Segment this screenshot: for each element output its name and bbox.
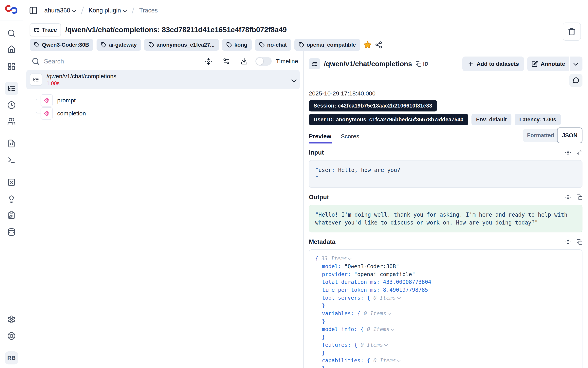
tag[interactable]: openai_compatible bbox=[294, 39, 360, 51]
timeline-toggle[interactable] bbox=[256, 57, 272, 66]
sidebar-dashboard-icon[interactable] bbox=[5, 60, 18, 73]
output-content: "Hello! I'm doing well, thank you for as… bbox=[309, 205, 582, 232]
json-kv-line: model: "Qwen3-Coder:30B" bbox=[315, 262, 576, 270]
sidebar-support-icon[interactable] bbox=[5, 330, 18, 342]
view-formatted-option[interactable]: Formatted bbox=[527, 132, 554, 138]
sidebar-settings-icon[interactable] bbox=[5, 313, 18, 326]
json-kv-line: total_duration_ms: 433.00008773804 bbox=[315, 278, 576, 286]
sidebar-prompts-icon[interactable] bbox=[5, 137, 18, 150]
annotate-button[interactable]: Annotate bbox=[527, 56, 583, 71]
input-line: " bbox=[315, 175, 319, 181]
tag[interactable]: no-chat bbox=[255, 39, 291, 51]
add-to-datasets-button[interactable]: Add to datasets bbox=[462, 56, 524, 71]
search-input[interactable] bbox=[44, 57, 205, 65]
tag-label: anonymous_c1fca27... bbox=[156, 42, 214, 48]
latency-badge: Latency: 1.00s bbox=[515, 114, 561, 125]
trace-node-badge bbox=[309, 58, 320, 69]
breadcrumb-section[interactable]: Kong plugin bbox=[89, 7, 127, 14]
sidebar-users-icon[interactable] bbox=[5, 115, 18, 128]
json-object-line[interactable]: tool_servers: { 0 Items bbox=[315, 294, 576, 302]
observation-badge bbox=[41, 94, 53, 107]
copy-icon[interactable] bbox=[577, 239, 582, 245]
chevron-down-icon bbox=[574, 61, 578, 66]
tag-icon bbox=[226, 42, 232, 48]
annotate-dropdown[interactable] bbox=[570, 56, 582, 71]
tag[interactable]: ai-gateway bbox=[96, 39, 141, 51]
sidebar-playground-icon[interactable] bbox=[5, 154, 18, 167]
list-tree-icon bbox=[34, 27, 39, 33]
view-mode-toggle: Formatted JSON bbox=[523, 129, 582, 142]
sidebar-header-divider bbox=[0, 20, 23, 21]
json-close-line: } bbox=[315, 302, 576, 310]
share-icon[interactable] bbox=[375, 41, 382, 49]
trash-icon bbox=[568, 28, 576, 36]
trace-title: /qwen/v1/chat/completions: 83cd78211d41e… bbox=[65, 26, 287, 34]
tag[interactable]: kong bbox=[222, 39, 252, 51]
toggle-knob bbox=[256, 58, 263, 65]
main-content: Timeline /qwen/v1/chat/completions 1.00s bbox=[23, 51, 588, 368]
detail-tabs: Preview Scores Formatted JSON bbox=[309, 130, 582, 143]
copy-icon[interactable] bbox=[577, 194, 582, 200]
sidebar-evaluators-icon[interactable] bbox=[5, 176, 18, 189]
sidebar-tracing-icon[interactable] bbox=[5, 82, 18, 95]
tag[interactable]: anonymous_c1fca27... bbox=[144, 39, 219, 51]
timeline-label: Timeline bbox=[276, 58, 298, 65]
trace-tree-panel: Timeline /qwen/v1/chat/completions 1.00s bbox=[23, 51, 304, 368]
list-tree-icon bbox=[33, 77, 39, 83]
env-badge: Env: default bbox=[472, 114, 512, 125]
breadcrumb-separator bbox=[132, 7, 134, 14]
trace-header: Trace /qwen/v1/chat/completions: 83cd782… bbox=[23, 21, 588, 51]
breadcrumb-project[interactable]: ahura360 bbox=[44, 7, 76, 14]
tree-child-label: prompt bbox=[57, 97, 76, 104]
bookmark-star-icon[interactable] bbox=[363, 41, 372, 49]
delete-trace-button[interactable] bbox=[563, 23, 581, 41]
download-icon[interactable] bbox=[240, 57, 248, 65]
collapse-all-icon[interactable] bbox=[205, 57, 212, 65]
sidebar-toggle-icon[interactable] bbox=[28, 6, 38, 15]
user-id-badge[interactable]: User ID: anonymous_c1fca2795bbedc5f36678… bbox=[309, 114, 468, 125]
collapse-icon[interactable] bbox=[565, 239, 571, 245]
collapse-icon[interactable] bbox=[565, 150, 571, 156]
collapse-icon[interactable] bbox=[565, 194, 571, 200]
breadcrumb-section-label: Kong plugin bbox=[89, 7, 121, 14]
copy-icon[interactable] bbox=[577, 150, 582, 156]
comments-button[interactable] bbox=[569, 74, 582, 87]
metadata-section-header: Metadata bbox=[309, 238, 582, 246]
sidebar-home-icon[interactable] bbox=[5, 43, 18, 56]
sidebar: RB bbox=[0, 0, 23, 368]
json-object-line[interactable]: capabilities: { 0 Items bbox=[315, 357, 576, 364]
tree-root-row[interactable]: /qwen/v1/chat/completions 1.00s bbox=[26, 70, 300, 89]
sidebar-search-icon[interactable] bbox=[5, 27, 18, 40]
session-badge[interactable]: Session: c42fca19b75e13aac2b2106610f81e3… bbox=[309, 100, 437, 111]
sidebar-insights-icon[interactable] bbox=[5, 193, 18, 206]
sidebar-annotation-icon[interactable] bbox=[5, 209, 18, 222]
trace-type-badge: Trace bbox=[30, 23, 61, 36]
json-root-line[interactable]: {33 Items bbox=[315, 255, 576, 262]
tab-preview[interactable]: Preview bbox=[309, 130, 331, 143]
metadata-json-viewer: {33 Items model: "Qwen3-Coder:30B" provi… bbox=[309, 249, 582, 368]
user-avatar[interactable]: RB bbox=[5, 351, 18, 364]
view-json-option[interactable]: JSON bbox=[557, 128, 582, 143]
avatar-initials: RB bbox=[7, 355, 16, 361]
sidebar-sessions-icon[interactable] bbox=[5, 99, 18, 112]
copy-id-icon[interactable] bbox=[416, 61, 421, 67]
filter-settings-icon[interactable] bbox=[223, 57, 230, 65]
add-to-datasets-label: Add to datasets bbox=[477, 61, 519, 67]
observation-icon bbox=[44, 97, 50, 104]
output-line: "Hello! I'm doing well, thank you for as… bbox=[315, 212, 568, 218]
chevron-down-icon[interactable] bbox=[291, 77, 296, 82]
json-object-line[interactable]: variables: { 0 Items bbox=[315, 310, 576, 317]
breadcrumb-separator bbox=[81, 7, 84, 14]
topbar: ahura360 Kong plugin Traces bbox=[23, 0, 588, 21]
app-logo[interactable] bbox=[5, 4, 17, 15]
json-object-line[interactable]: model_info: { 0 Items bbox=[315, 325, 576, 333]
chat-bubble-icon bbox=[572, 77, 579, 84]
input-heading: Input bbox=[309, 149, 324, 156]
sidebar-datasets-icon[interactable] bbox=[5, 226, 18, 239]
tree-child-completion[interactable]: completion bbox=[41, 107, 86, 120]
json-object-line[interactable]: features: { 0 Items bbox=[315, 341, 576, 349]
breadcrumb-page[interactable]: Traces bbox=[139, 7, 158, 14]
tree-child-prompt[interactable]: prompt bbox=[41, 94, 76, 107]
tag[interactable]: Qwen3-Coder:30B bbox=[30, 39, 93, 51]
tab-scores[interactable]: Scores bbox=[341, 130, 359, 143]
